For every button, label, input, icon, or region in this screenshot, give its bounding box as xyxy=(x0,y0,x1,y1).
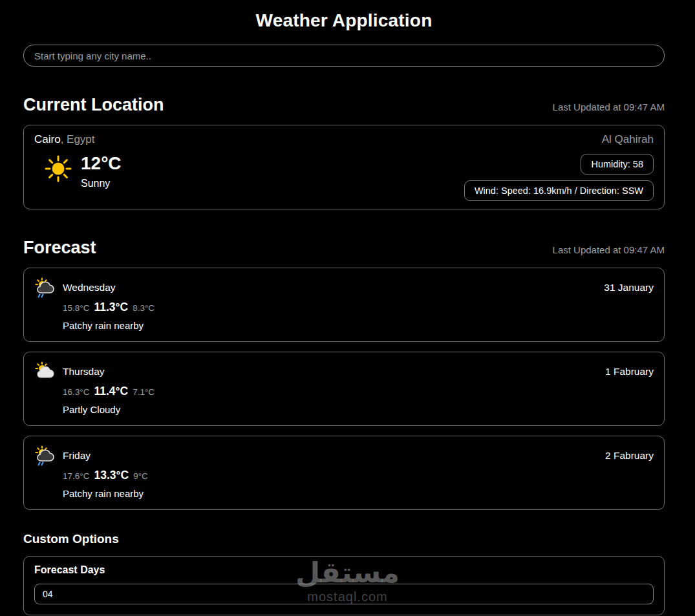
forecast-date: 31 January xyxy=(604,282,654,293)
custom-options-heading: Custom Options xyxy=(23,532,665,546)
forecast-card-top: Wednesday 31 January xyxy=(34,277,654,298)
sun-rain-cloud-icon xyxy=(34,445,55,466)
forecast-day: Thursday xyxy=(63,366,105,377)
forecast-days-label: Forecast Days xyxy=(34,564,654,576)
city-name: Cairo xyxy=(34,133,61,145)
forecast-card-top: Friday 2 Fabruary xyxy=(34,445,654,466)
forecast-days-card: Forecast Days xyxy=(23,556,665,615)
weather-app-page: Weather Application Current Location Las… xyxy=(0,0,695,616)
forecast-days-input[interactable] xyxy=(34,584,654,604)
forecast-heading: Forecast xyxy=(23,238,96,258)
current-location-heading: Current Location xyxy=(23,95,164,115)
wind-badge: Wind: Speed: 16.9km/h / Direction: SSW xyxy=(464,180,654,201)
temp-and-condition: 12°C Sunny xyxy=(81,154,122,201)
forecast-day: Friday xyxy=(63,450,91,462)
current-last-updated: Last Updated at 09:47 AM xyxy=(553,101,665,115)
forecast-avg-temp: 13.3°C xyxy=(94,469,129,482)
forecast-date: 2 Fabruary xyxy=(605,450,654,462)
current-weather-card: Cairo, Egypt Al Qahirah xyxy=(23,125,665,209)
forecast-section-head: Forecast Last Updated at 09:47 AM xyxy=(23,238,665,258)
forecast-date: 1 Fabruary xyxy=(605,366,654,377)
current-temperature: 12°C xyxy=(81,154,122,174)
forecast-condition: Patchy rain nearby xyxy=(63,320,654,331)
current-stats-badges: Humidity: 58 Wind: Speed: 16.9km/h / Dir… xyxy=(464,154,654,201)
forecast-max-temp: 16.3°C xyxy=(63,387,89,397)
city-country: Cairo, Egypt xyxy=(34,133,95,146)
forecast-card: Friday 2 Fabruary 17.6°C 13.3°C 9°C Patc… xyxy=(23,436,665,510)
sun-rain-cloud-icon xyxy=(34,277,55,298)
current-condition: Sunny xyxy=(81,178,122,189)
forecast-avg-temp: 11.3°C xyxy=(94,301,128,314)
forecast-card: Wednesday 31 January 15.8°C 11.3°C 8.3°C… xyxy=(23,268,665,342)
sun-icon xyxy=(45,155,72,182)
page-title: Weather Application xyxy=(23,10,665,31)
forecast-min-temp: 8.3°C xyxy=(133,303,155,313)
country-name: , Egypt xyxy=(61,133,95,145)
forecast-avg-temp: 11.4°C xyxy=(94,385,128,398)
forecast-condition: Partly Cloudy xyxy=(63,404,654,415)
humidity-badge: Humidity: 58 xyxy=(581,154,654,175)
forecast-min-temp: 9°C xyxy=(133,471,148,481)
forecast-temps: 17.6°C 13.3°C 9°C xyxy=(63,469,654,482)
forecast-day: Wednesday xyxy=(63,282,116,293)
city-search-input[interactable] xyxy=(23,45,665,67)
forecast-max-temp: 15.8°C xyxy=(63,303,89,313)
forecast-last-updated: Last Updated at 09:47 AM xyxy=(553,244,665,258)
temperature-block: 12°C Sunny xyxy=(45,154,122,201)
sun-cloud-icon xyxy=(34,361,55,382)
current-card-top-row: Cairo, Egypt Al Qahirah xyxy=(34,133,654,146)
forecast-card: Thursday 1 Fabruary 16.3°C 11.4°C 7.1°C … xyxy=(23,352,665,426)
forecast-card-top: Thursday 1 Fabruary xyxy=(34,361,654,382)
forecast-temps: 16.3°C 11.4°C 7.1°C xyxy=(63,385,654,398)
forecast-temps: 15.8°C 11.3°C 8.3°C xyxy=(63,301,654,314)
forecast-min-temp: 7.1°C xyxy=(133,387,155,397)
forecast-condition: Patchy rain nearby xyxy=(63,488,654,499)
current-card-main-row: 12°C Sunny Humidity: 58 Wind: Speed: 16.… xyxy=(34,154,654,201)
forecast-max-temp: 17.6°C xyxy=(63,471,89,481)
current-location-section-head: Current Location Last Updated at 09:47 A… xyxy=(23,95,665,115)
region-name: Al Qahirah xyxy=(602,133,654,146)
